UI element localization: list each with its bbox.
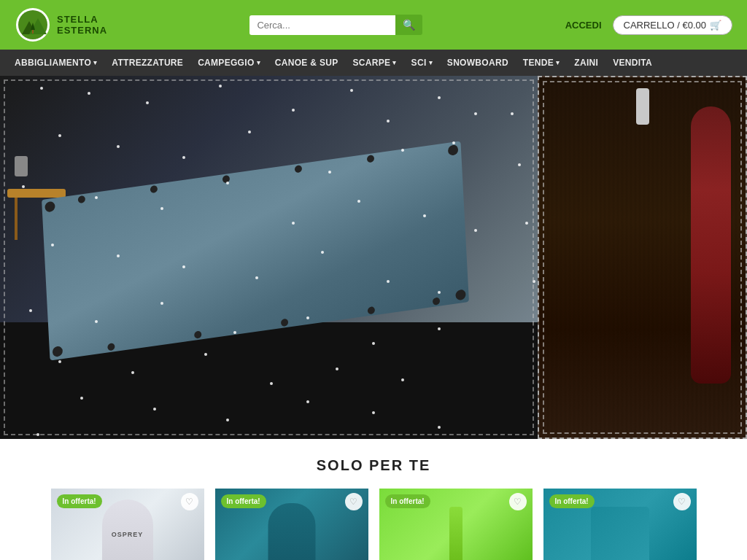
logo-text: STELLA ESTERNA <box>57 14 107 36</box>
logo-area: STELLA ESTERNA <box>15 7 107 43</box>
cart-label: CARRELLO / €0.00 <box>624 20 706 31</box>
cart-icon: 🛒 <box>710 20 721 31</box>
backpack-shape <box>268 503 315 560</box>
product-card: In offerta! ♡ <box>379 489 533 560</box>
chevron-down-icon: ▾ <box>392 59 396 66</box>
nav-item-scarpe[interactable]: SCARPE ▾ <box>345 50 403 76</box>
wishlist-button[interactable]: ♡ <box>345 493 363 510</box>
sleeping-bag <box>691 106 731 384</box>
product-image: In offerta! ♡ <box>543 489 697 560</box>
nav-item-tende[interactable]: TENDE ▾ <box>516 50 567 76</box>
nav-item-canoe-sup[interactable]: CANOE & SUP <box>268 50 346 76</box>
product-image: In offerta! ♡ <box>215 489 368 560</box>
top-bar: STELLA ESTERNA 🔍 ACCEDI CARRELLO / €0.00… <box>0 0 747 50</box>
chevron-down-icon: ▾ <box>93 59 97 66</box>
offer-badge: In offerta! <box>57 494 102 508</box>
brand-text: OSPREY <box>112 531 144 538</box>
chevron-down-icon: ▾ <box>429 59 433 66</box>
cart-button[interactable]: CARRELLO / €0.00 🛒 <box>613 15 732 35</box>
wishlist-button[interactable]: ♡ <box>509 493 527 510</box>
nav-item-campeggio[interactable]: CAMPEGGIO ▾ <box>190 50 268 76</box>
hero-main-panel <box>0 76 538 439</box>
chevron-down-icon: ▾ <box>257 59 260 66</box>
water-bottle <box>636 88 649 125</box>
svg-rect-5 <box>32 30 34 34</box>
main-navigation: ABBIGLIAMENTO ▾ ATTREZZATURE CAMPEGGIO ▾… <box>0 50 747 76</box>
product-card: In offerta! ♡ <box>215 489 368 560</box>
wishlist-button[interactable]: ♡ <box>673 493 691 510</box>
cot-scene <box>0 76 538 439</box>
nav-item-abbigliamento[interactable]: ABBIGLIAMENTO ▾ <box>7 50 104 76</box>
product-image: In offerta! ♡ OSPREY <box>51 489 204 560</box>
side-scene <box>539 77 746 438</box>
product-image: In offerta! ♡ <box>379 489 533 560</box>
featured-products-section: SOLO PER TE In offerta! ♡ OSPREY In offe… <box>0 439 747 560</box>
products-row: In offerta! ♡ OSPREY In offerta! ♡ In of… <box>15 489 732 560</box>
bottle-shape <box>449 507 462 560</box>
login-link[interactable]: ACCEDI <box>565 20 602 31</box>
search-input[interactable] <box>249 15 395 35</box>
product-card: In offerta! ♡ <box>543 489 697 560</box>
hero-section <box>0 76 747 439</box>
nav-item-sci[interactable]: SCI ▾ <box>404 50 440 76</box>
lantern <box>15 156 28 176</box>
nav-item-snowboard[interactable]: SNOWBOARD <box>440 50 516 76</box>
hero-side-panel <box>538 76 747 439</box>
offer-badge: In offerta! <box>221 494 266 508</box>
logo-icon <box>15 7 51 43</box>
wishlist-button[interactable]: ♡ <box>181 493 198 510</box>
nav-item-zaini[interactable]: ZAINI <box>567 50 605 76</box>
offer-badge: In offerta! <box>385 494 430 508</box>
backpack-shape: OSPREY <box>102 499 153 560</box>
top-right-actions: ACCEDI CARRELLO / €0.00 🛒 <box>565 15 732 35</box>
nav-item-vendita[interactable]: VENDITA <box>605 50 659 76</box>
search-button[interactable]: 🔍 <box>395 15 422 35</box>
offer-badge: In offerta! <box>549 494 595 508</box>
nav-item-attrezzature[interactable]: ATTREZZATURE <box>104 50 190 76</box>
bag-shape <box>591 507 649 560</box>
chevron-down-icon: ▾ <box>556 59 560 66</box>
section-title: SOLO PER TE <box>15 457 732 474</box>
product-card: In offerta! ♡ OSPREY <box>51 489 204 560</box>
search-area: 🔍 <box>249 15 422 35</box>
